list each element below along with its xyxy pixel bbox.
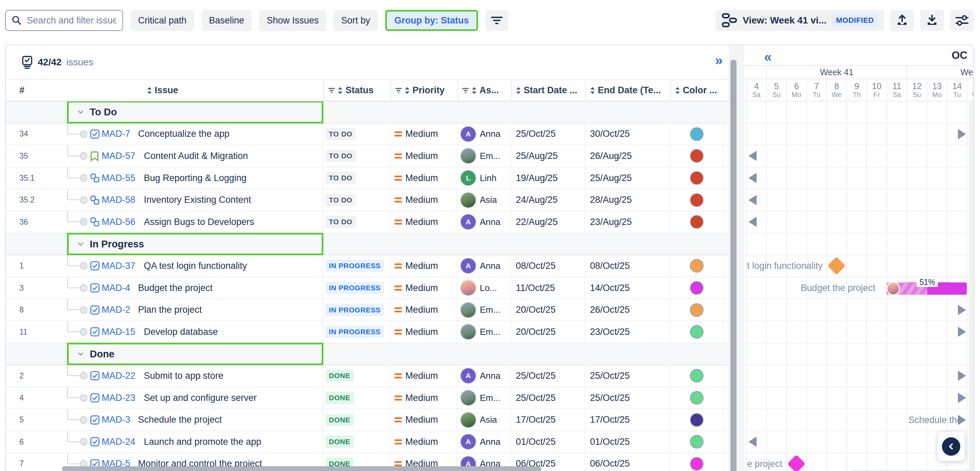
end-date-cell[interactable]: 25/Oct/25 bbox=[585, 387, 670, 409]
offscreen-left-arrow-icon[interactable] bbox=[748, 437, 757, 447]
upload-button[interactable] bbox=[890, 10, 914, 31]
issue-key-link[interactable]: MAD-58 bbox=[102, 195, 135, 205]
start-date-cell[interactable]: 25/Oct/25 bbox=[511, 123, 585, 145]
issue-row-mad-57[interactable]: 35 MAD-57Content Audit & MigrationTO DOM… bbox=[6, 145, 729, 168]
start-date-cell[interactable]: 20/Oct/25 bbox=[511, 321, 585, 343]
assignee-cell[interactable]: Em... bbox=[457, 145, 511, 167]
status-badge[interactable]: IN PROGRESS bbox=[325, 304, 384, 316]
color-cell[interactable] bbox=[670, 453, 724, 471]
offscreen-right-arrow-icon[interactable] bbox=[958, 393, 966, 403]
row-bullet[interactable] bbox=[80, 130, 88, 138]
issue-summary[interactable]: Launch and promote the app bbox=[144, 437, 261, 447]
color-cell[interactable] bbox=[670, 277, 724, 299]
issue-row-mad-15[interactable]: 11 MAD-15Develop databaseIN PROGRESSMedi… bbox=[6, 321, 729, 343]
show-issues-button[interactable]: Show Issues bbox=[259, 10, 326, 31]
color-dot[interactable] bbox=[690, 259, 703, 273]
status-badge[interactable]: TO DO bbox=[325, 150, 356, 162]
priority-cell[interactable]: Medium bbox=[390, 255, 457, 277]
task-bar-mad-4[interactable]: 51% bbox=[886, 283, 967, 295]
sort-icon[interactable] bbox=[147, 87, 152, 94]
milestone-diamond[interactable] bbox=[827, 257, 846, 275]
issue-row-mad-58[interactable]: 35.2 MAD-58Inventory Existing ContentTO … bbox=[6, 189, 729, 211]
end-date-cell[interactable]: 25/Aug/25 bbox=[585, 168, 670, 189]
assignee-cell[interactable]: Em... bbox=[457, 299, 511, 321]
issue-row-mad-7[interactable]: 34 MAD-7Conceptualize the appTO DOMedium… bbox=[6, 123, 729, 146]
status-badge[interactable]: IN PROGRESS bbox=[325, 282, 384, 294]
column-header-priority[interactable]: Priority bbox=[390, 80, 457, 101]
column-header-status[interactable]: Status bbox=[323, 80, 390, 101]
start-date-cell[interactable]: 20/Oct/25 bbox=[511, 299, 585, 321]
expand-table-chevrons[interactable]: » bbox=[715, 53, 722, 67]
issue-summary[interactable]: Bug Reporting & Logging bbox=[144, 173, 247, 184]
color-cell[interactable] bbox=[670, 299, 724, 321]
issue-row-mad-55[interactable]: 35.1 MAD-55Bug Reporting & LoggingTO DOM… bbox=[6, 168, 729, 190]
priority-cell[interactable]: Medium bbox=[390, 145, 457, 167]
issue-summary[interactable]: QA test login functionality bbox=[144, 261, 247, 271]
collapse-gantt-chevrons[interactable]: « bbox=[764, 50, 772, 64]
issue-key-link[interactable]: MAD-3 bbox=[102, 415, 130, 425]
start-date-cell[interactable]: 24/Aug/25 bbox=[511, 189, 585, 211]
status-badge[interactable]: TO DO bbox=[325, 194, 356, 206]
baseline-button[interactable]: Baseline bbox=[202, 10, 252, 31]
sort-icon[interactable] bbox=[590, 87, 595, 94]
row-bullet[interactable] bbox=[80, 152, 88, 160]
issue-key-link[interactable]: MAD-55 bbox=[102, 173, 135, 184]
row-bullet[interactable] bbox=[80, 372, 88, 380]
issue-summary[interactable]: Schedule the project bbox=[138, 415, 222, 425]
priority-cell[interactable]: Medium bbox=[390, 123, 457, 145]
issue-row-mad-56[interactable]: 36 MAD-56Assign Bugs to DevelopersTO DOM… bbox=[6, 211, 729, 233]
start-date-cell[interactable]: 17/Oct/25 bbox=[511, 409, 585, 431]
offscreen-right-arrow-icon[interactable] bbox=[958, 305, 966, 315]
end-date-cell[interactable]: 14/Oct/25 bbox=[585, 277, 670, 299]
color-dot[interactable] bbox=[690, 413, 703, 427]
issue-summary[interactable]: Budget the project bbox=[138, 283, 213, 293]
issue-key-link[interactable]: MAD-56 bbox=[102, 217, 135, 227]
color-cell[interactable] bbox=[670, 409, 724, 431]
row-bullet[interactable] bbox=[80, 262, 88, 270]
priority-cell[interactable]: Medium bbox=[390, 409, 457, 431]
group-by-status-button[interactable]: Group by: Status bbox=[385, 10, 478, 31]
assignee-cell[interactable]: AAnna bbox=[457, 211, 511, 233]
chevron-down-icon[interactable] bbox=[76, 350, 85, 358]
end-date-cell[interactable]: 28/Aug/25 bbox=[585, 189, 670, 211]
color-dot[interactable] bbox=[690, 435, 703, 449]
priority-cell[interactable]: Medium bbox=[390, 365, 457, 386]
color-dot[interactable] bbox=[690, 171, 703, 185]
column-header-as-[interactable]: As... bbox=[457, 80, 511, 101]
status-badge[interactable]: TO DO bbox=[325, 216, 356, 228]
issue-key-link[interactable]: MAD-2 bbox=[102, 305, 130, 315]
color-cell[interactable] bbox=[670, 145, 724, 167]
priority-cell[interactable]: Medium bbox=[390, 299, 457, 321]
priority-cell[interactable]: Medium bbox=[390, 431, 457, 453]
issue-summary[interactable]: Assign Bugs to Developers bbox=[144, 217, 254, 227]
start-date-cell[interactable]: 25/Oct/25 bbox=[511, 365, 585, 386]
sort-icon[interactable] bbox=[338, 87, 343, 94]
filter-button[interactable] bbox=[485, 10, 508, 31]
filter-icon[interactable] bbox=[328, 88, 335, 94]
color-dot[interactable] bbox=[690, 193, 703, 207]
column-header-color-[interactable]: Color ... bbox=[670, 80, 724, 101]
issue-key-link[interactable]: MAD-24 bbox=[102, 437, 135, 447]
color-dot[interactable] bbox=[690, 215, 703, 229]
issue-row-mad-2[interactable]: 8 MAD-2Plan the projectIN PROGRESSMedium… bbox=[6, 299, 729, 321]
end-date-cell[interactable]: 08/Oct/25 bbox=[585, 255, 670, 277]
end-date-cell[interactable]: 23/Aug/25 bbox=[585, 211, 670, 233]
status-badge[interactable]: DONE bbox=[325, 436, 354, 448]
end-date-cell[interactable]: 25/Oct/25 bbox=[585, 365, 670, 386]
assignee-cell[interactable]: Lo... bbox=[457, 277, 511, 299]
vertical-scrollbar-thumb[interactable] bbox=[730, 59, 737, 471]
offscreen-left-arrow-icon[interactable] bbox=[748, 195, 757, 205]
offscreen-right-arrow-icon[interactable] bbox=[958, 327, 966, 337]
row-bullet[interactable] bbox=[80, 218, 88, 226]
color-cell[interactable] bbox=[670, 123, 724, 145]
priority-cell[interactable]: Medium bbox=[390, 277, 457, 299]
color-cell[interactable] bbox=[670, 189, 724, 211]
status-badge[interactable]: TO DO bbox=[325, 128, 356, 140]
column-header-issue[interactable]: Issue bbox=[37, 80, 323, 101]
column-header-end-date-te-[interactable]: End Date (Te... bbox=[585, 80, 670, 101]
color-dot[interactable] bbox=[690, 281, 703, 295]
color-dot[interactable] bbox=[690, 149, 703, 163]
end-date-cell[interactable]: 26/Oct/25 bbox=[585, 299, 670, 321]
status-badge[interactable]: DONE bbox=[325, 414, 354, 426]
priority-cell[interactable]: Medium bbox=[390, 211, 457, 233]
